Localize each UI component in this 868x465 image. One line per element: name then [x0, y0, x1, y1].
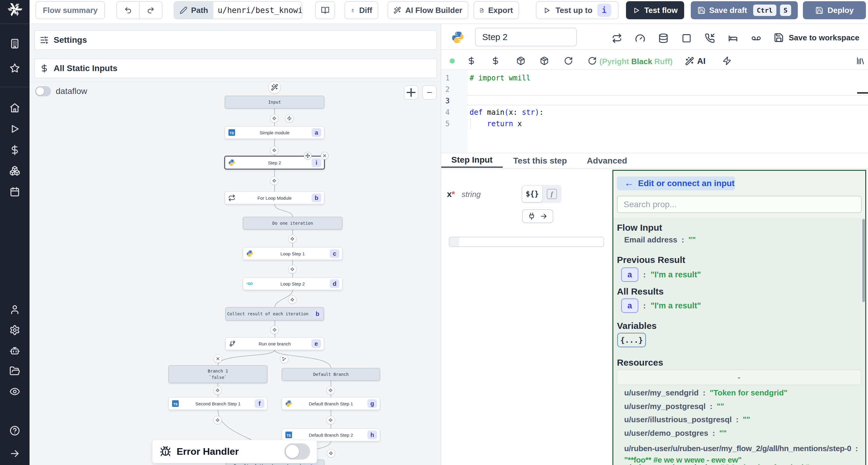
current-line-highlight: [467, 95, 868, 105]
node-do-one-iteration[interactable]: Do one iteration: [243, 217, 342, 230]
resources-empty-box[interactable]: -: [617, 369, 861, 385]
ai-flow-builder-button[interactable]: AI Flow Builder: [388, 1, 468, 19]
sidebar-item-variables-dollar-icon[interactable]: [9, 144, 20, 156]
resource-row[interactable]: u/user/demo_postgres : "": [624, 429, 727, 438]
sidebar-item-workspace[interactable]: [9, 38, 20, 49]
sidebar-item-settings-gear-icon[interactable]: [9, 325, 20, 335]
node-run-one-branch[interactable]: Run one branch e: [225, 337, 324, 350]
deploy-button[interactable]: Deploy: [803, 1, 866, 19]
redo-button[interactable]: [140, 2, 162, 19]
tab-advanced[interactable]: Advanced: [581, 153, 633, 168]
search-prop-input[interactable]: Search prop...: [617, 196, 862, 213]
export-button[interactable]: Export: [473, 1, 519, 19]
line-number: 1: [441, 72, 450, 84]
insert-step-button[interactable]: [270, 114, 278, 123]
code-line[interactable]: 3: [441, 95, 868, 107]
test-up-to-kbd: i: [597, 4, 611, 17]
test-flow-button[interactable]: Test flow: [626, 1, 684, 19]
arrow-right-icon: [540, 212, 548, 220]
code-editor[interactable]: 1# import wmill234def main(x: str):5 ret…: [441, 24, 868, 153]
variables-badge[interactable]: {...}: [617, 333, 646, 347]
edit-or-connect-button[interactable]: ← Edit or connect an input: [617, 176, 735, 190]
node-default-branch[interactable]: Default Branch: [282, 368, 380, 381]
node-for-loop[interactable]: For Loop Module b: [225, 192, 324, 204]
insert-step-button[interactable]: [270, 146, 278, 155]
ai-wand-circle[interactable]: [268, 81, 281, 94]
error-handler-toggle[interactable]: [284, 443, 310, 460]
sidebar-item-users-icon[interactable]: [9, 304, 20, 315]
resource-row[interactable]: u/user/my_postgresql : "": [624, 402, 724, 411]
save-draft-button[interactable]: Save draft Ctrl S: [691, 1, 798, 19]
tab-test-this-step[interactable]: Test this step: [508, 153, 572, 168]
insert-step-button[interactable]: [270, 176, 278, 185]
previous-result-row[interactable]: a : "I'm a result": [621, 267, 701, 282]
path-value[interactable]: u/henri/best_knowi: [213, 6, 302, 15]
diff-button[interactable]: Diff: [344, 1, 378, 19]
node-second-branch-step-1[interactable]: TS Second Branch Step 1 f: [168, 397, 267, 410]
fn-toggle[interactable]: f: [547, 189, 557, 199]
sidebar-item-help-icon[interactable]: [9, 425, 20, 436]
node-label: Default Branch Step 2: [282, 432, 380, 438]
sidebar-item-home-icon[interactable]: [9, 102, 20, 113]
insert-step-button[interactable]: [327, 449, 335, 458]
prop-colon: :: [712, 429, 715, 438]
branch-remove-button[interactable]: [214, 355, 222, 363]
all-results-row[interactable]: a : "I'm a result": [621, 298, 701, 313]
sidebar-item-audit-eye-icon[interactable]: [9, 386, 20, 397]
node-collect-result[interactable]: Collect result of each iteration b: [225, 307, 324, 321]
node-loop-step-2[interactable]: GO Loop Step 2 d: [243, 277, 342, 290]
node-branch-1[interactable]: Branch 1 `false`: [168, 365, 267, 383]
node-delete-button[interactable]: [321, 152, 329, 160]
path-edit-button[interactable]: Path: [174, 2, 213, 19]
test-up-to-button[interactable]: Test up to i: [536, 1, 618, 19]
save-draft-label: Save draft: [709, 6, 747, 15]
insert-step-button[interactable]: [213, 416, 222, 424]
connect-input-button[interactable]: [522, 209, 553, 223]
code-line[interactable]: 4def main(x: str):: [441, 107, 868, 118]
insert-step-button[interactable]: [327, 386, 335, 395]
node-loop-step-1[interactable]: Loop Step 1 c: [243, 247, 342, 260]
sidebar-expand-arrow-icon[interactable]: [9, 448, 20, 459]
sidebar-item-schedules-calendar-icon[interactable]: [9, 187, 20, 197]
tab-step-input[interactable]: Step Input: [441, 153, 503, 168]
resource-row[interactable]: u/ruben-user/my_slack : "OAuth token for…: [624, 463, 809, 465]
code-line[interactable]: 2: [441, 84, 868, 95]
node-default-branch-step-1[interactable]: Default Branch Step 1 g: [282, 397, 380, 410]
node-label: Result of the chosen branch: [234, 464, 303, 465]
insert-step-button[interactable]: [270, 326, 279, 334]
test-up-to-label: Test up to: [555, 6, 592, 15]
resource-row[interactable]: u/ruben-user/u/ruben-user/my_flow_2/g/al…: [624, 443, 867, 465]
insert-step-button[interactable]: [327, 416, 335, 424]
sidebar-item-workers-bot-icon[interactable]: [9, 345, 20, 356]
node-input[interactable]: Input: [225, 96, 324, 108]
node-move-handle[interactable]: [304, 152, 312, 160]
tutorial-book-button[interactable]: [315, 1, 335, 19]
arg-value-input[interactable]: [449, 237, 604, 247]
windmill-logo[interactable]: [7, 1, 23, 18]
code-line[interactable]: 1# import wmill: [441, 72, 868, 84]
flow-input-row[interactable]: Email address : "": [624, 235, 696, 244]
sidebar-item-folders-icon[interactable]: [9, 366, 20, 376]
sidebar-item-resources-boxes-icon[interactable]: [9, 165, 20, 176]
code-line[interactable]: 5 return x: [441, 118, 868, 130]
insert-step-button[interactable]: [213, 386, 222, 395]
resource-row[interactable]: u/user/illustrious_postgresql : "": [624, 415, 750, 424]
node-default-branch-step-2[interactable]: TS Default Branch Step 2 h: [282, 429, 380, 441]
insert-step-button[interactable]: [288, 235, 297, 243]
trigger-zap-button[interactable]: [285, 114, 293, 123]
add-branch-button[interactable]: [280, 355, 288, 363]
node-label: Loop Step 1: [243, 251, 342, 256]
undo-button[interactable]: [117, 2, 140, 19]
node-label: Loop Step 2: [243, 281, 342, 287]
resource-row[interactable]: u/user/my_sendgrid : "Token for sendgrid…: [624, 388, 787, 398]
expr-toggle-active[interactable]: ${}: [522, 186, 542, 202]
indent-guide: [470, 119, 471, 129]
insert-step-button[interactable]: [288, 295, 297, 304]
insert-step-button[interactable]: [288, 265, 297, 273]
prop-scrollbar[interactable]: [862, 219, 865, 302]
node-simple-module[interactable]: TS Simple module a: [225, 126, 324, 139]
back-arrow: ←: [624, 178, 634, 188]
flow-summary-button[interactable]: Flow summary: [36, 1, 105, 19]
sidebar-item-runs-play-icon[interactable]: [9, 124, 20, 134]
sidebar-item-favorites-star-icon[interactable]: [9, 63, 20, 73]
